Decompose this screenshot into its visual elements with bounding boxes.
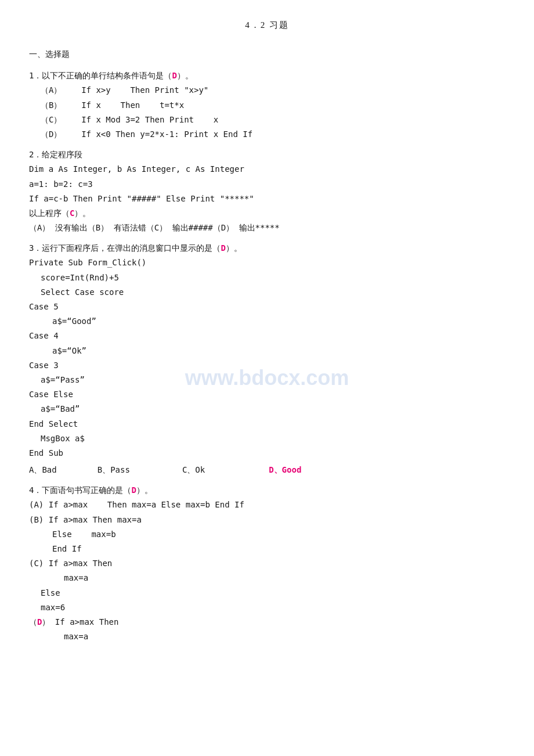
q4-optionB: (B) If a>max Then max=a Else max=b End I…: [29, 513, 505, 557]
q3-options: A、Bad B、Pass C、Ok D、Good: [29, 463, 505, 477]
q4-optionC: (C) If a>max Then max=a Else max=6: [29, 556, 505, 615]
q1-optionD: （D） If x<0 Then y=2*x-1: Print x End If: [29, 127, 505, 142]
q3-text: 3．运行下面程序后，在弹出的消息窗口中显示的是（D）。: [29, 241, 505, 255]
q4-optionA: (A) If a>max Then max=a Else max=b End I…: [29, 498, 505, 512]
q2-options: （A） 没有输出（B） 有语法错（C） 输出#####（D） 输出*****: [29, 221, 505, 235]
q1-text: 1．以下不正确的单行结构条件语句是（D）。: [29, 69, 505, 83]
question-4: 4．下面语句书写正确的是（D）。 (A) If a>max Then max=a…: [29, 483, 505, 644]
q2-code3: If a=c-b Then Print "#####" Else Print "…: [29, 192, 505, 206]
q1-optionB: （B） If x Then t=t*x: [29, 98, 505, 113]
q4-answer: D: [131, 485, 136, 495]
q3-optA: A、Bad: [29, 463, 57, 477]
q1-answer: D: [172, 71, 176, 80]
section-title: 一、选择题: [29, 47, 505, 62]
question-3: 3．运行下面程序后，在弹出的消息窗口中显示的是（D）。 Private Sub …: [29, 241, 505, 477]
q1-optionA: （A） If x>y Then Print "x>y": [29, 83, 505, 98]
q3-code: Private Sub Form_Click() score=Int(Rnd)+…: [29, 255, 505, 460]
q3-optD: D、Good: [269, 463, 301, 477]
page-title: 4．2 习题: [29, 17, 505, 33]
q3-optC: C、Ok: [182, 463, 205, 477]
question-1: 1．以下不正确的单行结构条件语句是（D）。 （A） If x>y Then Pr…: [29, 69, 505, 142]
q4-text: 4．下面语句书写正确的是（D）。: [29, 483, 505, 498]
q2-intro: 2．给定程序段: [29, 147, 505, 162]
q4-optionD: （D） If a>max Then max=a: [29, 615, 505, 644]
q2-code2: a=1: b=2: c=3: [29, 177, 505, 192]
question-2: 2．给定程序段 Dim a As Integer, b As Integer, …: [29, 147, 505, 235]
q3-answer: D: [221, 243, 225, 253]
q3-optB: B、Pass: [98, 463, 130, 477]
q1-optionC: （C） If x Mod 3=2 Then Print x: [29, 113, 505, 127]
q2-code1: Dim a As Integer, b As Integer, c As Int…: [29, 162, 505, 177]
q2-question: 以上程序（C）。: [29, 206, 505, 221]
